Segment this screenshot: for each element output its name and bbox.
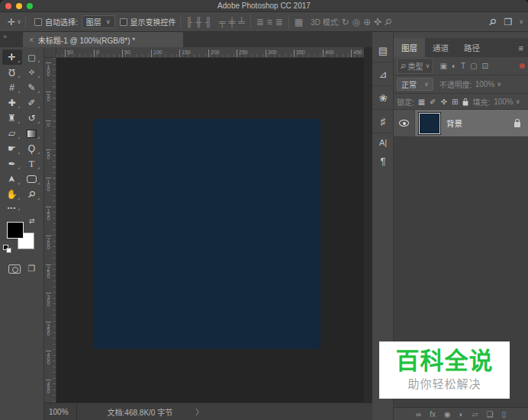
auto-select-target-dropdown[interactable]: 图层 ∨: [82, 15, 115, 28]
adjustment-layer-icon[interactable]: ◐: [459, 410, 464, 418]
ruler-tick-label: 250: [237, 50, 248, 57]
shapes-panel-icon[interactable]: ❀: [372, 86, 394, 110]
align-h-center-icon[interactable]: ╫: [194, 18, 204, 27]
filter-pixel-layers-icon[interactable]: ▣: [439, 62, 446, 70]
status-options-chevron-icon[interactable]: 〉: [195, 406, 203, 418]
lasso-tool[interactable]: Ω: [2, 65, 22, 80]
paragraph-panel-icon[interactable]: ¶: [372, 152, 394, 170]
canvas-scrollbar[interactable]: [364, 47, 372, 402]
3d-zoom-icon[interactable]: ⚲: [382, 15, 395, 29]
close-tab-icon[interactable]: ×: [29, 36, 34, 44]
align-bottom-icon[interactable]: ╧: [237, 18, 246, 27]
workspace-chevron-icon[interactable]: ∨: [519, 18, 523, 25]
foreground-color-swatch[interactable]: [7, 222, 24, 239]
marquee-tool[interactable]: ▢: [22, 50, 42, 65]
lock-artboard-icon[interactable]: ⊞: [452, 98, 458, 106]
type-tool[interactable]: T: [22, 156, 42, 172]
auto-align-icon[interactable]: ▦: [293, 18, 304, 27]
filter-adjustment-layers-icon[interactable]: ◐: [452, 62, 456, 70]
distribute-top-icon[interactable]: ≣: [255, 18, 266, 27]
edit-toolbar-button[interactable]: •••: [2, 202, 22, 213]
new-group-icon[interactable]: ▱: [472, 410, 478, 418]
panel-menu-icon[interactable]: ≡: [519, 43, 523, 53]
default-colors-icon[interactable]: [3, 245, 11, 253]
lock-position-icon[interactable]: ✜: [441, 98, 447, 106]
tool-preset-chevron-icon[interactable]: ∨: [17, 18, 21, 25]
align-v-center-icon[interactable]: ╪: [227, 18, 237, 27]
lock-pixels-icon[interactable]: ✐: [430, 98, 436, 106]
quick-selection-tool[interactable]: ✧: [22, 65, 42, 80]
link-layers-icon[interactable]: ∞: [416, 410, 421, 418]
path-selection-tool[interactable]: ➤: [2, 172, 22, 187]
hand-tool[interactable]: ✋: [2, 187, 22, 202]
history-brush-tool[interactable]: ↺: [22, 111, 42, 126]
add-mask-icon[interactable]: ◉: [444, 410, 451, 418]
dodge-tool[interactable]: Ϙ: [22, 141, 42, 156]
layer-visibility-cell[interactable]: [394, 110, 415, 136]
pen-tool[interactable]: ✒: [2, 156, 22, 172]
filter-type-layers-icon[interactable]: T: [461, 62, 465, 70]
ruler-tick-label: 250: [46, 265, 51, 277]
ruler-origin-corner[interactable]: [44, 47, 56, 58]
brush-tool[interactable]: ✐: [22, 95, 42, 111]
lock-all-icon[interactable]: [463, 101, 468, 105]
document-canvas[interactable]: [93, 119, 320, 349]
layer-effects-icon[interactable]: fx: [430, 410, 436, 418]
search-icon[interactable]: ⚲: [485, 15, 499, 29]
swap-colors-icon[interactable]: ⇄: [29, 217, 35, 225]
tab-channels[interactable]: 通道: [425, 38, 456, 57]
lock-label: 锁定:: [397, 96, 414, 107]
canvas-area[interactable]: [56, 58, 364, 402]
opacity-field[interactable]: 100% ∨: [475, 80, 501, 88]
color-panel-icon[interactable]: ▤: [372, 39, 394, 63]
character-panel-icon[interactable]: A|: [372, 133, 394, 152]
filter-toggle-icon[interactable]: [520, 63, 525, 69]
move-tool[interactable]: ✛: [2, 50, 22, 65]
3d-roll-icon[interactable]: ◎: [351, 18, 362, 27]
crop-tool[interactable]: #: [2, 80, 22, 95]
move-icon: ✛: [8, 53, 15, 62]
3d-pan-icon[interactable]: ⊕: [362, 18, 372, 27]
eyedropper-tool[interactable]: ✎: [22, 80, 42, 95]
distribute-bottom-icon[interactable]: ≣: [274, 18, 285, 27]
zoom-tool[interactable]: ⚲: [22, 187, 42, 202]
horizontal-ruler: 50 0 50 100 150 200 250 300 350 400 450: [56, 47, 364, 58]
screen-mode-button[interactable]: ❐: [28, 265, 36, 274]
gradient-tool[interactable]: [22, 126, 42, 141]
layer-row-background[interactable]: 背景: [394, 110, 528, 137]
lock-transparency-icon[interactable]: ▦: [418, 98, 425, 106]
smudge-tool[interactable]: ☛: [2, 141, 22, 156]
document-size-info: 文档:468.8K/0 字节: [108, 406, 173, 418]
quick-mask-button[interactable]: [8, 265, 21, 274]
tab-layers[interactable]: 图层: [394, 38, 425, 57]
distribute-v-center-icon[interactable]: ≡: [266, 18, 274, 27]
filter-kind-dropdown[interactable]: ⚲ 类型 ∨: [397, 58, 433, 74]
workspace-switcher-icon[interactable]: ❐: [502, 18, 514, 27]
document-tab[interactable]: × 未标题-1 @ 100%(RGB/8*) *: [23, 32, 183, 47]
ruler-tick-label: 50: [122, 50, 130, 57]
toolbar-collapse-icon[interactable]: »: [3, 33, 7, 40]
fill-field[interactable]: 100% ∨: [494, 98, 520, 106]
filter-shape-layers-icon[interactable]: ▢: [470, 62, 477, 70]
tab-paths[interactable]: 路径: [456, 38, 488, 57]
clone-stamp-tool[interactable]: ♜: [2, 111, 22, 126]
filter-smart-objects-icon[interactable]: ⊡: [482, 62, 488, 70]
auto-select-checkbox[interactable]: [34, 18, 42, 26]
ruler-tick-label: 450: [46, 380, 51, 393]
spot-healing-tool[interactable]: ✚: [2, 95, 22, 111]
align-left-icon[interactable]: ╟: [185, 18, 195, 27]
align-right-icon[interactable]: ╢: [204, 18, 214, 27]
new-layer-icon[interactable]: ❏: [486, 410, 493, 418]
properties-panel-icon[interactable]: ♯: [372, 110, 394, 133]
delete-layer-icon[interactable]: ▯: [501, 410, 506, 418]
eraser-tool[interactable]: ▱: [2, 126, 22, 141]
align-top-icon[interactable]: ╤: [217, 18, 227, 27]
shape-tool[interactable]: [22, 172, 42, 187]
3d-orbit-icon[interactable]: ↻: [340, 18, 350, 27]
layer-thumbnail[interactable]: [419, 113, 440, 134]
zoom-level-field[interactable]: 100%: [44, 403, 77, 420]
adjustments-panel-icon[interactable]: ⊿: [372, 63, 394, 86]
blend-mode-dropdown[interactable]: 正常 ∨: [397, 78, 433, 91]
options-bar: ✛ ∨ 自动选择: 图层 ∨ 显示变换控件 ╟ ╫ ╢ ╤ ╪ ╧ ≣ ≡ ≣ …: [0, 12, 528, 32]
show-transform-checkbox[interactable]: [120, 18, 127, 26]
